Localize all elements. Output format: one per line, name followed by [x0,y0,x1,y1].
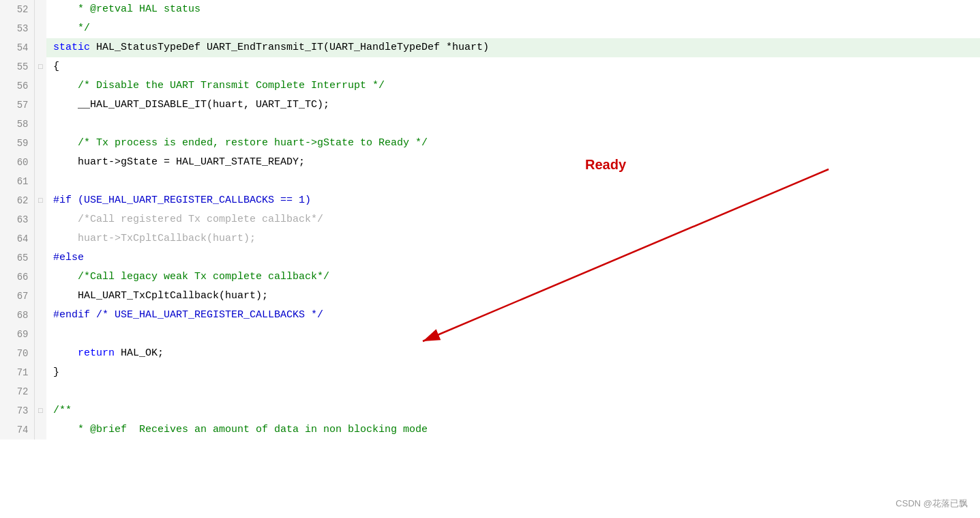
code-segment: * @brief Receives an amount of data in n… [53,424,428,435]
code-line: HAL_UART_TxCpltCallback(huart); [46,287,980,306]
code-line: /* Tx process is ended, restore huart->g… [46,134,980,153]
fold-button [34,0,46,19]
code-segment: return [78,347,115,359]
line-number: 72 [0,382,34,401]
code-segment: #if (USE_HAL_UART_REGISTER_CALLBACKS == … [53,195,311,206]
code-line: */ [46,19,980,38]
line-number: 67 [0,287,34,306]
line-number: 55 [0,57,34,76]
line-number: 54 [0,38,34,57]
code-line [46,115,980,134]
line-number: 63 [0,210,34,229]
code-line: } [46,363,980,382]
line-number: 62 [0,191,34,210]
code-line: /*Call registered Tx complete callback*/ [46,210,980,229]
fold-button [34,344,46,363]
code-table: 52 * @retval HAL status53 */54static HAL… [0,0,980,440]
code-line: #else [46,248,980,268]
code-segment: /* Disable the UART Transmit Complete In… [53,80,385,91]
code-viewer: 52 * @retval HAL status53 */54static HAL… [0,0,980,518]
fold-button [34,306,46,325]
line-number: 70 [0,344,34,363]
code-line: return HAL_OK; [46,344,980,363]
fold-button[interactable]: □ [34,191,46,210]
fold-button [34,19,46,38]
fold-button [34,363,46,382]
code-segment: HAL_StatusTypeDef UART_EndTransmit_IT(UA… [96,42,489,53]
code-segment: #endif /* USE_HAL_UART_REGISTER_CALLBACK… [53,309,323,321]
fold-button [34,268,46,287]
code-line: #endif /* USE_HAL_UART_REGISTER_CALLBACK… [46,306,980,325]
line-number: 74 [0,420,34,440]
line-number: 58 [0,115,34,134]
line-number: 61 [0,172,34,191]
code-line: huart->TxCpltCallback(huart); [46,229,980,248]
line-number: 73 [0,401,34,420]
code-segment [53,347,78,359]
code-line: /** [46,401,980,420]
code-segment: huart->gState = HAL_UART_STATE_READY; [53,156,305,168]
fold-button [34,76,46,96]
fold-button [34,172,46,191]
code-segment: /*Call legacy weak Tx complete callback*… [53,271,329,283]
code-segment: huart->TxCpltCallback(huart); [53,233,256,244]
line-number: 68 [0,306,34,325]
code-line: static HAL_StatusTypeDef UART_EndTransmi… [46,38,980,57]
fold-button [34,325,46,344]
fold-button [34,382,46,401]
fold-button [34,96,46,115]
code-segment: } [53,366,59,378]
code-segment: static [53,42,96,53]
code-line: #if (USE_HAL_UART_REGISTER_CALLBACKS == … [46,191,980,210]
code-line [46,172,980,191]
code-line: * @retval HAL status [46,0,980,19]
fold-button [34,38,46,57]
watermark: CSDN @花落已飘 [895,498,968,510]
code-segment: #else [53,252,84,263]
fold-button [34,153,46,172]
code-segment: * @retval HAL status [53,3,201,15]
code-line: __HAL_UART_DISABLE_IT(huart, UART_IT_TC)… [46,96,980,115]
line-number: 57 [0,96,34,115]
line-number: 64 [0,229,34,248]
code-segment: __HAL_UART_DISABLE_IT(huart, UART_IT_TC)… [53,99,329,111]
line-number: 52 [0,0,34,19]
fold-button [34,248,46,268]
fold-button [34,210,46,229]
code-line: /*Call legacy weak Tx complete callback*… [46,268,980,287]
line-number: 60 [0,153,34,172]
code-segment: { [53,61,59,72]
line-number: 66 [0,268,34,287]
line-number: 53 [0,19,34,38]
code-segment: /* Tx process is ended, restore huart->g… [53,137,428,149]
line-number: 71 [0,363,34,382]
fold-button [34,115,46,134]
line-number: 56 [0,76,34,96]
code-line: * @brief Receives an amount of data in n… [46,420,980,440]
fold-button[interactable]: □ [34,401,46,420]
code-line [46,325,980,344]
fold-button [34,134,46,153]
code-line: huart->gState = HAL_UART_STATE_READY; [46,153,980,172]
code-line [46,382,980,401]
fold-button [34,287,46,306]
fold-button[interactable]: □ [34,57,46,76]
code-segment: /*Call registered Tx complete callback*/ [53,214,323,225]
code-line: /* Disable the UART Transmit Complete In… [46,76,980,96]
code-segment: */ [53,23,90,34]
line-number: 59 [0,134,34,153]
code-segment: /** [53,405,72,416]
fold-button [34,420,46,440]
code-segment: HAL_UART_TxCpltCallback(huart); [53,290,268,302]
code-line: { [46,57,980,76]
line-number: 65 [0,248,34,268]
code-segment: HAL_OK; [115,347,164,359]
fold-button [34,229,46,248]
line-number: 69 [0,325,34,344]
